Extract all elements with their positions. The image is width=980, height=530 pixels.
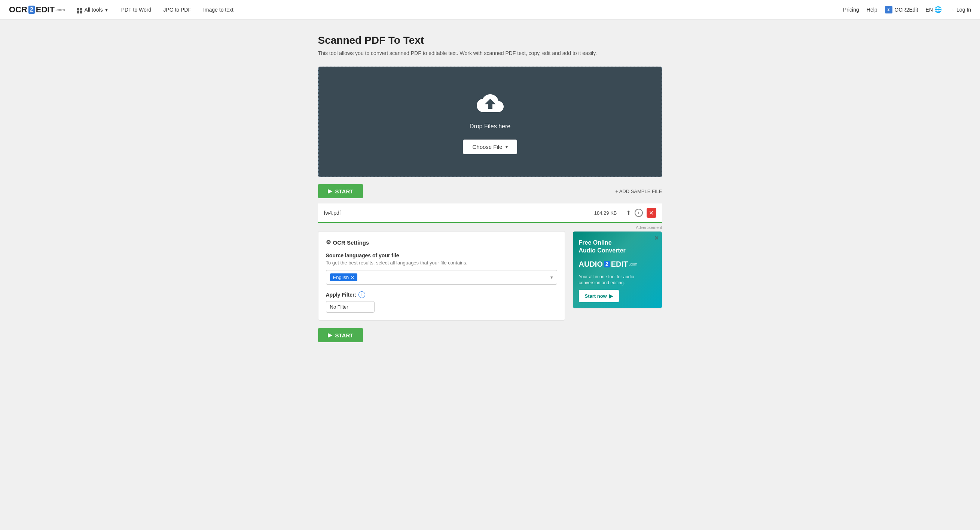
source-lang-subtext: To get the best results, select all lang… (326, 260, 557, 265)
filter-select[interactable]: No Filter Grayscale Black & White (326, 301, 375, 313)
content-columns: ⚙ OCR Settings Source languages of your … (318, 231, 662, 321)
logo[interactable]: OCR 2 EDIT .com (9, 5, 65, 14)
ad-title-line2: Audio Converter (579, 247, 626, 254)
globe-icon: 🌐 (934, 6, 942, 13)
nav-language[interactable]: EN 🌐 (926, 6, 942, 13)
ad-close-button[interactable]: ✕ (654, 235, 659, 242)
all-tools-label: All tools (84, 7, 103, 13)
ad-card: ✕ Free Online Audio Converter AUDIO 2 ED… (573, 231, 662, 309)
file-row: fw4.pdf 184.29 KB ⬆ i ✕ (318, 203, 662, 223)
nav-pdf-to-word[interactable]: PDF to Word (120, 5, 153, 14)
nav-pricing[interactable]: Pricing (843, 7, 859, 13)
ad-brand-audio: AUDIO (579, 260, 603, 268)
ad-panel: ✕ Free Online Audio Converter AUDIO 2 ED… (573, 231, 662, 309)
bottom-start-row: ▶ START (318, 328, 662, 342)
lang-label: EN (926, 7, 933, 13)
cloud-upload-icon (477, 90, 504, 118)
choose-file-chevron-icon: ▾ (506, 144, 508, 150)
logo-two: 2 (29, 6, 35, 14)
start-button[interactable]: ▶ START (318, 184, 363, 198)
page-title: Scanned PDF To Text (318, 35, 662, 46)
gear-icon: ⚙ (326, 239, 331, 246)
ocr-settings-title: ⚙ OCR Settings (326, 239, 557, 246)
nav-brand-label: OCR2Edit (895, 7, 918, 13)
file-download-icon[interactable]: ⬆ (626, 209, 631, 217)
lang-select-chevron-icon: ▾ (550, 275, 553, 280)
ad-brand-com: .com (629, 262, 637, 266)
action-row: ▶ START + ADD SAMPLE FILE (318, 184, 662, 198)
logo-edit: EDIT (36, 5, 55, 14)
file-name: fw4.pdf (324, 210, 594, 216)
nav-help[interactable]: Help (867, 7, 877, 13)
remove-language-icon[interactable]: ✕ (351, 275, 354, 280)
english-language-tag[interactable]: English ✕ (330, 273, 358, 281)
nav-jpg-to-pdf[interactable]: JPG to PDF (162, 5, 193, 14)
ad-brand-logo: AUDIO 2 EDIT .com (579, 260, 656, 268)
upload-dropzone[interactable]: Drop Files here Choose File ▾ (318, 67, 662, 177)
apply-filter-label: Apply Filter: (326, 292, 356, 298)
nav-login[interactable]: → Log In (949, 7, 971, 13)
file-delete-button[interactable]: ✕ (647, 208, 656, 218)
filter-info-icon[interactable]: i (358, 291, 365, 298)
ad-title-line1: Free Online (579, 240, 612, 246)
logo-com: .com (56, 8, 65, 12)
ocr-settings-label: OCR Settings (333, 240, 369, 246)
ad-brand-edit: EDIT (611, 260, 628, 268)
login-arrow-icon: → (949, 7, 955, 13)
bottom-start-button[interactable]: ▶ START (318, 328, 363, 342)
add-sample-link[interactable]: + ADD SAMPLE FILE (615, 189, 662, 194)
add-sample-label: + ADD SAMPLE FILE (615, 189, 662, 194)
ad-description: Your all in one tool for audio conversio… (579, 274, 656, 287)
source-lang-heading: Source languages of your file (326, 252, 557, 259)
drop-files-label: Drop Files here (469, 123, 511, 130)
ocr-settings-panel: ⚙ OCR Settings Source languages of your … (318, 231, 565, 321)
start-label: START (335, 188, 353, 195)
ad-cta-label: Start now (585, 293, 607, 299)
nav-image-to-text[interactable]: Image to text (202, 5, 235, 14)
ad-inner: Free Online Audio Converter AUDIO 2 EDIT… (573, 232, 662, 308)
ad-brand-two: 2 (604, 261, 610, 267)
ad-title: Free Online Audio Converter (579, 239, 656, 255)
grid-icon (77, 6, 82, 13)
chevron-down-icon: ▾ (105, 7, 108, 13)
ad-cta-button[interactable]: Start now ▶ (579, 290, 619, 302)
page-subtitle: This tool allows you to convert scanned … (318, 50, 662, 56)
start-arrow-icon: ▶ (328, 188, 332, 195)
language-selector[interactable]: English ✕ ▾ (326, 270, 557, 285)
ad-cta-arrow-icon: ▶ (609, 293, 613, 299)
logo-ocr: OCR (9, 5, 27, 14)
choose-file-label: Choose File (472, 144, 502, 150)
lang-tag-label: English (333, 275, 349, 280)
file-info-icon[interactable]: i (635, 209, 643, 217)
apply-filter-row: Apply Filter: i (326, 291, 557, 298)
ad-notice: Advertisement (318, 225, 662, 230)
choose-file-button[interactable]: Choose File ▾ (463, 140, 517, 154)
file-size: 184.29 KB (594, 210, 617, 216)
ocr2edit-icon: 2 (885, 6, 892, 13)
bottom-start-label: START (335, 332, 353, 338)
bottom-start-arrow-icon: ▶ (328, 332, 332, 338)
all-tools-menu[interactable]: All tools ▾ (74, 4, 111, 15)
nav-brand: 2 OCR2Edit (885, 6, 918, 13)
login-label: Log In (956, 7, 971, 13)
